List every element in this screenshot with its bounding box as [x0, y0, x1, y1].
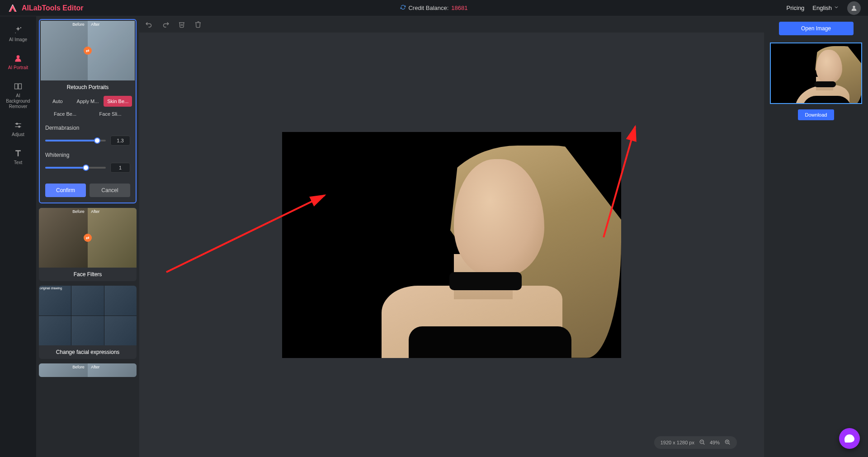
nav-bg-remover[interactable]: AI Background Remover	[2, 78, 34, 113]
confirm-button[interactable]: Confirm	[45, 184, 86, 197]
canvas-dimensions: 1920 x 1280 px	[660, 440, 694, 445]
right-panel: Open Image Download	[764, 16, 868, 457]
svg-point-9	[19, 126, 20, 127]
logo-icon	[7, 3, 18, 14]
grid-cell-label: original drawing	[40, 287, 62, 290]
before-label: Before	[71, 364, 86, 370]
nav-label: AI Background Remover	[4, 93, 33, 109]
slider-label-whitening: Whitening	[45, 152, 130, 158]
dermabrasion-value[interactable]: 1.3	[110, 136, 130, 146]
retouch-preview: Before After ⇄	[41, 21, 135, 80]
retouch-modes: Auto Apply M... Skin Be... Face Be... Fa…	[41, 94, 135, 122]
tool-title: Retouch Portraits	[41, 80, 135, 94]
credit-value: 18681	[451, 5, 467, 11]
svg-point-2	[15, 33, 16, 33]
svg-point-8	[16, 123, 18, 124]
mode-apply-makeup[interactable]: Apply M...	[74, 96, 102, 107]
mode-face-slim[interactable]: Face Sli...	[89, 108, 132, 119]
after-label: After	[90, 22, 101, 27]
canvas-toolbar	[139, 16, 764, 33]
tool-card-filters[interactable]: Before After ⇄ Face Filters	[39, 208, 137, 281]
mode-face-beautify[interactable]: Face Be...	[43, 108, 87, 119]
chevron-down-icon	[834, 5, 839, 11]
tool-card-partial[interactable]: Before After	[39, 363, 137, 377]
redo-icon[interactable]	[161, 20, 170, 29]
svg-line-16	[728, 443, 730, 444]
portrait-icon	[13, 53, 23, 63]
zoom-level: 49%	[710, 440, 720, 445]
refresh-icon[interactable]	[400, 5, 406, 11]
nav-label: AI Portrait	[8, 65, 28, 71]
app-title: AILabTools Editor	[22, 4, 84, 12]
sparkle-icon	[13, 25, 23, 35]
slider-label-dermabrasion: Dermabrasion	[45, 125, 130, 131]
canvas-image	[282, 132, 621, 358]
trash-all-icon[interactable]	[193, 20, 203, 29]
after-label: After	[90, 209, 101, 214]
mode-auto[interactable]: Auto	[43, 96, 72, 107]
bg-remover-icon	[13, 81, 23, 91]
nav-label: AI Image	[9, 37, 27, 42]
tool-title: Change facial expressions	[39, 345, 137, 359]
filters-preview: Before After ⇄	[39, 208, 137, 268]
language-selector[interactable]: English	[812, 5, 839, 11]
dermabrasion-slider[interactable]	[45, 140, 106, 141]
svg-point-1	[20, 27, 22, 28]
expressions-preview: original drawing	[39, 286, 137, 345]
chat-icon	[844, 434, 854, 443]
svg-point-3	[17, 55, 20, 58]
trash-icon[interactable]	[177, 20, 186, 29]
zoom-in-icon[interactable]	[724, 439, 731, 446]
nav-label: Text	[14, 160, 22, 165]
nav-text[interactable]: Text	[2, 145, 34, 169]
download-button[interactable]: Download	[798, 109, 835, 120]
avatar[interactable]	[847, 1, 861, 15]
compare-handle-icon[interactable]: ⇄	[84, 234, 92, 242]
zoom-bar: 1920 x 1280 px 49%	[654, 436, 737, 449]
logo-area[interactable]: AILabTools Editor	[7, 3, 84, 14]
tool-title: Face Filters	[39, 268, 137, 281]
canvas-viewport[interactable]	[139, 33, 764, 457]
compare-handle-icon[interactable]: ⇄	[84, 47, 92, 55]
nav-adjust[interactable]: Adjust	[2, 117, 34, 141]
svg-rect-4	[15, 84, 18, 89]
whitening-value[interactable]: 1	[110, 163, 130, 173]
chat-bubble-button[interactable]	[839, 428, 860, 449]
sliders-icon	[13, 120, 23, 130]
canvas-area: 1920 x 1280 px 49%	[139, 16, 764, 457]
svg-line-13	[703, 443, 704, 444]
undo-icon[interactable]	[145, 20, 154, 29]
tools-panel: Before After ⇄ Retouch Portraits Auto Ap…	[36, 16, 139, 457]
app-header: AILabTools Editor Credit Balance: 18681 …	[0, 0, 868, 16]
text-icon	[13, 148, 23, 158]
svg-point-0	[853, 5, 855, 8]
zoom-out-icon[interactable]	[699, 439, 705, 446]
nav-ai-image[interactable]: AI Image	[2, 22, 34, 46]
whitening-slider[interactable]	[45, 167, 106, 169]
mode-skin-beautify[interactable]: Skin Be...	[104, 96, 132, 107]
pricing-link[interactable]: Pricing	[787, 5, 805, 11]
svg-rect-5	[19, 84, 22, 89]
before-label: Before	[71, 22, 86, 27]
before-label: Before	[71, 209, 86, 214]
after-label: After	[90, 364, 101, 370]
credit-label: Credit Balance:	[408, 5, 448, 11]
language-label: English	[812, 5, 832, 11]
open-image-button[interactable]: Open Image	[779, 22, 854, 35]
nav-label: Adjust	[12, 132, 24, 137]
nav-ai-portrait[interactable]: AI Portrait	[2, 50, 34, 74]
partial-preview: Before After	[39, 363, 137, 377]
tool-card-retouch[interactable]: Before After ⇄ Retouch Portraits Auto Ap…	[39, 19, 137, 203]
output-thumbnail[interactable]	[770, 42, 862, 104]
left-nav: AI Image AI Portrait AI Background Remov…	[0, 16, 36, 457]
cancel-button[interactable]: Cancel	[90, 184, 130, 197]
credit-display: Credit Balance: 18681	[400, 5, 467, 11]
tool-card-expressions[interactable]: original drawing Change facial expressio…	[39, 286, 137, 359]
